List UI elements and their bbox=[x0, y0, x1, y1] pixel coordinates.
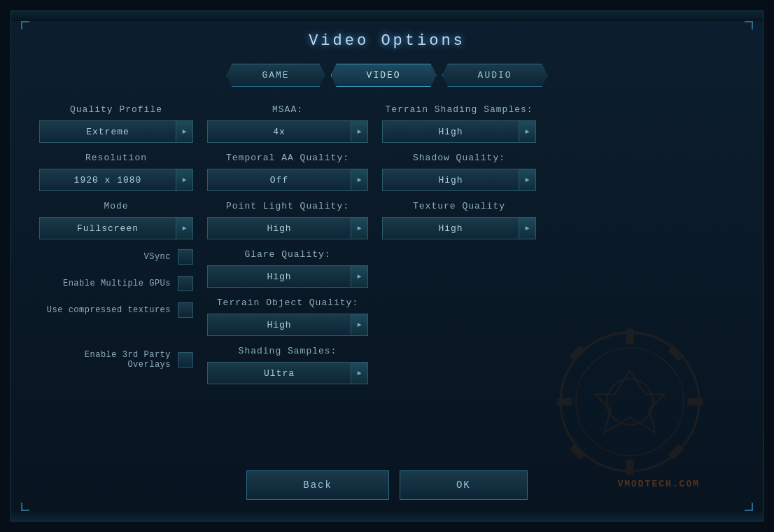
point-light-value: High bbox=[208, 223, 351, 234]
quality-profile-dropdown[interactable]: Extreme ► bbox=[39, 120, 193, 143]
mode-arrow[interactable]: ► bbox=[176, 218, 192, 239]
enable-multiple-gpus-row: Enable Multiple GPUs bbox=[39, 276, 193, 291]
texture-quality-label: Texture Quality bbox=[382, 201, 536, 211]
point-light-arrow[interactable]: ► bbox=[351, 218, 367, 239]
msaa-label: MSAA: bbox=[207, 104, 368, 115]
temporal-aa-label: Temporal AA Quality: bbox=[207, 153, 368, 163]
mid-column: MSAA: 4x ► Temporal AA Quality: Off ► Po… bbox=[207, 104, 368, 394]
resolution-label: Resolution bbox=[39, 153, 193, 163]
shadow-quality-arrow[interactable]: ► bbox=[519, 169, 535, 190]
shading-samples-dropdown[interactable]: Ultra ► bbox=[207, 362, 368, 384]
use-compressed-textures-checkbox[interactable] bbox=[178, 302, 193, 318]
texture-quality-value: High bbox=[383, 223, 519, 234]
content-area: Quality Profile Extreme ► Resolution 192… bbox=[11, 104, 763, 394]
bottom-bar: Back OK bbox=[11, 470, 763, 500]
resolution-arrow[interactable]: ► bbox=[176, 169, 192, 190]
terrain-object-label: Terrain Object Quality: bbox=[207, 298, 368, 308]
enable-multiple-gpus-label: Enable Multiple GPUs bbox=[63, 279, 171, 288]
point-light-dropdown[interactable]: High ► bbox=[207, 217, 368, 239]
shadow-quality-dropdown[interactable]: High ► bbox=[382, 169, 536, 191]
enable-3rd-party-label: Enable 3rd Party Overlays bbox=[39, 350, 171, 370]
shading-samples-value: Ultra bbox=[208, 368, 351, 379]
glare-quality-arrow[interactable]: ► bbox=[351, 266, 367, 287]
terrain-shading-arrow[interactable]: ► bbox=[519, 121, 535, 142]
quality-profile-arrow[interactable]: ► bbox=[176, 121, 192, 142]
terrain-object-dropdown[interactable]: High ► bbox=[207, 314, 368, 336]
use-compressed-textures-label: Use compressed textures bbox=[47, 305, 171, 315]
tab-bar: GAME VIDEO AUDIO bbox=[11, 64, 763, 87]
glare-quality-label: Glare Quality: bbox=[207, 249, 368, 260]
svg-rect-6 bbox=[688, 398, 703, 406]
glare-quality-dropdown[interactable]: High ► bbox=[207, 265, 368, 288]
back-button[interactable]: Back bbox=[246, 470, 389, 500]
use-compressed-textures-row: Use compressed textures bbox=[39, 302, 193, 318]
resolution-dropdown[interactable]: 1920 x 1080 ► bbox=[39, 169, 193, 191]
vsync-label: VSync bbox=[143, 252, 171, 262]
texture-quality-dropdown[interactable]: High ► bbox=[382, 217, 536, 239]
enable-3rd-party-checkbox[interactable] bbox=[178, 352, 193, 368]
svg-rect-10 bbox=[668, 444, 684, 460]
vsync-row: VSync bbox=[39, 249, 193, 265]
svg-rect-9 bbox=[570, 444, 586, 460]
shadow-quality-label: Shadow Quality: bbox=[382, 153, 536, 163]
msaa-value: 4x bbox=[208, 127, 351, 137]
msaa-arrow[interactable]: ► bbox=[351, 121, 367, 142]
mode-dropdown[interactable]: Fullscreen ► bbox=[39, 217, 193, 239]
temporal-aa-value: Off bbox=[208, 175, 351, 186]
quality-profile-label: Quality Profile bbox=[39, 104, 193, 115]
terrain-shading-dropdown[interactable]: High ► bbox=[382, 120, 536, 143]
tab-audio[interactable]: AUDIO bbox=[442, 64, 548, 87]
texture-quality-arrow[interactable]: ► bbox=[519, 218, 535, 239]
point-light-label: Point Light Quality: bbox=[207, 201, 368, 211]
ok-button[interactable]: OK bbox=[400, 470, 528, 500]
shading-samples-arrow[interactable]: ► bbox=[351, 363, 367, 384]
glare-quality-value: High bbox=[208, 272, 351, 282]
mode-label: Mode bbox=[39, 201, 193, 211]
right-column: Terrain Shading Samples: High ► Shadow Q… bbox=[382, 104, 536, 394]
shadow-quality-value: High bbox=[383, 175, 519, 186]
left-column: Quality Profile Extreme ► Resolution 192… bbox=[39, 104, 193, 394]
temporal-aa-dropdown[interactable]: Off ► bbox=[207, 169, 368, 191]
terrain-object-arrow[interactable]: ► bbox=[351, 314, 367, 335]
tab-game[interactable]: GAME bbox=[226, 64, 325, 87]
resolution-value: 1920 x 1080 bbox=[40, 175, 176, 186]
quality-profile-value: Extreme bbox=[40, 127, 176, 137]
vsync-checkbox[interactable] bbox=[178, 249, 193, 265]
tab-video[interactable]: VIDEO bbox=[331, 64, 437, 87]
terrain-shading-label: Terrain Shading Samples: bbox=[382, 104, 536, 115]
temporal-aa-arrow[interactable]: ► bbox=[351, 169, 367, 190]
terrain-object-value: High bbox=[208, 320, 351, 330]
enable-multiple-gpus-checkbox[interactable] bbox=[178, 276, 193, 291]
terrain-shading-value: High bbox=[383, 127, 519, 137]
enable-3rd-party-row: Enable 3rd Party Overlays bbox=[39, 350, 193, 370]
msaa-dropdown[interactable]: 4x ► bbox=[207, 120, 368, 143]
shading-samples-label: Shading Samples: bbox=[207, 346, 368, 356]
svg-rect-5 bbox=[557, 398, 572, 406]
mode-value: Fullscreen bbox=[40, 223, 176, 234]
